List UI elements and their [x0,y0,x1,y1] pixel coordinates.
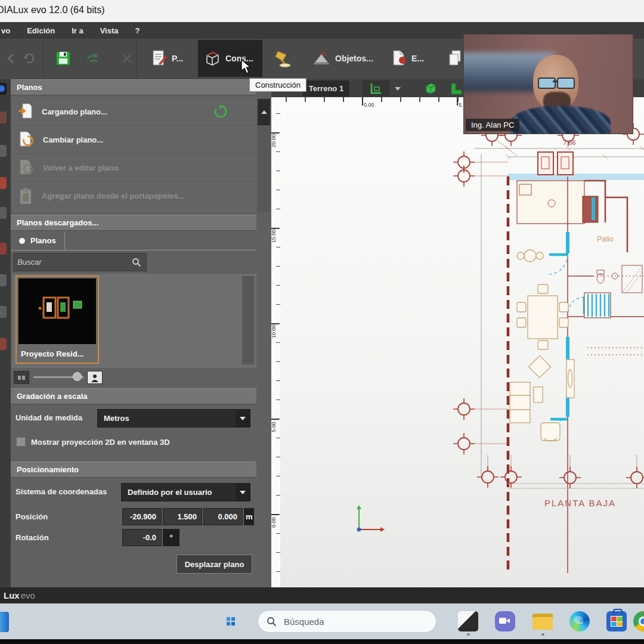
plan-thumbnail-image [18,278,96,344]
solid-view-button[interactable] [420,80,441,97]
large-thumbs-button[interactable] [87,371,103,384]
menu-archivo[interactable]: vo [0,26,18,35]
taskbar-search[interactable] [258,610,436,633]
paste-icon [85,52,103,65]
light-mode-button[interactable] [267,40,298,77]
position-x-input[interactable] [123,509,161,525]
floor-view-dropdown[interactable] [391,80,404,97]
green-cube-icon [423,82,438,96]
chevron-down-icon [240,491,246,494]
position-label: Posición [16,512,48,521]
scale-section-header: Gradación a escala [11,388,256,404]
brand-evo: evo [21,590,35,600]
search-icon [132,258,141,267]
panel-scrollbar[interactable] [258,98,270,212]
copy-pages-icon [447,49,463,67]
action-cambiar-plano[interactable]: Cambiar plano... [12,126,256,154]
strip-tool-icon[interactable] [0,207,7,219]
taskbar-search-input[interactable] [283,616,404,627]
chrome-icon[interactable] [633,611,644,631]
chevron-down-icon [395,87,401,91]
save-button[interactable] [50,40,76,77]
strip-tool-icon[interactable] [0,145,7,157]
plan-thumbnail-selected[interactable]: Proyecto Resid... [16,275,99,364]
change-plan-icon [18,131,35,148]
projection-checkbox-label: Mostrar proyección 2D en ventana 3D [31,438,170,447]
thumbnail-size-row [11,370,256,385]
scroll-up-button[interactable] [258,99,270,125]
position-y-field[interactable] [163,508,202,525]
title-bar: DIALux evo 12.0 (64 bits) [0,0,644,23]
patio-label: Patio [597,235,614,243]
brand-dialux: Lux [4,590,20,600]
strip-tool-icon[interactable] [0,83,7,95]
strip-tool-icon[interactable] [0,274,7,286]
back-icon [5,52,18,65]
teams-chat-icon[interactable] [495,611,515,631]
position-z-input[interactable] [204,509,242,525]
delete-button[interactable] [117,40,137,77]
search-icon [267,617,277,627]
redo-button[interactable] [17,40,42,77]
thumbnails-scrollbar[interactable] [242,276,254,364]
chevron-down-icon [240,417,246,420]
action-cargando-plano[interactable]: Cargando plano... [12,98,256,126]
pinned-app-icon[interactable] [0,612,9,632]
menu-help[interactable]: ? [126,26,148,35]
webcam-person-shoulders [510,106,611,134]
file-explorer-icon[interactable] [532,614,553,630]
dropdown-arrow [236,484,250,501]
slider-handle[interactable] [73,372,82,381]
menu-edicion[interactable]: Edición [18,26,63,35]
floor-view-button[interactable] [363,80,389,97]
rotation-field[interactable] [122,529,162,546]
menu-vista[interactable]: Vista [92,26,127,35]
position-z-field[interactable] [203,508,243,525]
circular-arrow-icon [21,51,37,66]
strip-tool-icon[interactable] [0,112,7,123]
strip-tool-icon[interactable] [0,177,7,189]
plan-search-input[interactable] [14,258,132,267]
coord-system-select[interactable]: Definido por el usuario [121,483,250,501]
application-window: DIALux evo 12.0 (64 bits) vo Edición Ir … [0,0,644,644]
running-indicator [467,633,470,636]
gallery-icon[interactable] [458,611,478,631]
radio-bullet-icon [19,238,25,244]
strip-tool-icon[interactable] [0,306,7,318]
ms-store-icon[interactable] [606,611,627,631]
small-thumbs-button[interactable] [14,371,29,384]
objects-mode-button[interactable]: Objetos... [308,40,378,77]
rotation-input[interactable] [123,530,161,546]
windows-start-button[interactable] [227,617,235,626]
tab-planos[interactable]: Planos [16,232,65,249]
unit-select[interactable]: Metros [97,409,250,428]
desplazar-plano-button[interactable]: Desplazar plano [177,555,252,574]
position-unit: m [244,508,254,525]
webcam-name-label: Ing. Alan PC [466,119,519,131]
project-mode-label: P... [172,54,183,63]
mini-plan-preview [18,278,96,344]
menu-ira[interactable]: Ir a [63,26,92,35]
arrow-up-icon [261,110,267,114]
edge-icon[interactable] [569,611,590,631]
unit-label: Unidad de medida [16,413,82,422]
status-bar: Lux evo [0,587,644,603]
strip-tool-icon[interactable] [0,243,7,255]
axis-origin-icon [357,505,385,532]
position-x-field[interactable] [122,508,162,525]
load-plan-icon [18,103,33,120]
strip-tool-icon[interactable] [0,338,7,350]
portrait-icon [90,373,100,382]
tab-terreno-1[interactable]: Terreno 1 [303,80,349,97]
projection-checkbox[interactable] [16,437,26,447]
export-mode-button[interactable]: E... [386,40,429,77]
project-mode-button[interactable]: P... [147,40,188,77]
left-tool-strip [0,79,11,587]
close-icon [122,53,132,64]
floor-plan: 7.66 [271,97,644,587]
position-y-input[interactable] [163,509,202,525]
save-icon [55,50,72,67]
paste-button[interactable] [80,40,108,77]
drawing-canvas-region: Terreno 1 0.00 [271,79,644,587]
action-volver-editar: Volver a editar plano [12,154,256,182]
